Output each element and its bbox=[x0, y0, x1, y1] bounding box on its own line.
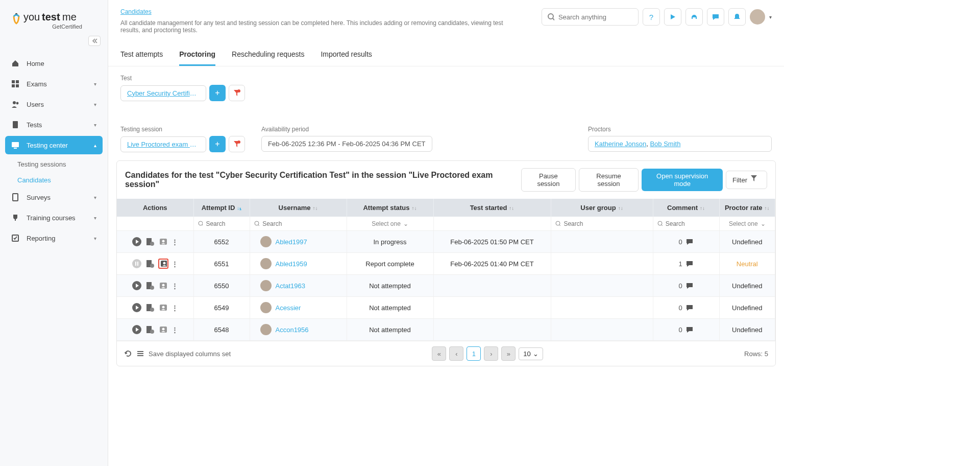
nav-surveys[interactable]: Surveys ▾ bbox=[5, 188, 103, 206]
nav-reporting[interactable]: Reporting ▾ bbox=[5, 229, 103, 247]
filter-session-value[interactable]: Live Proctored exam ses... bbox=[120, 136, 206, 152]
col-comment[interactable]: Comment↑↓ bbox=[653, 199, 719, 217]
columns-button[interactable] bbox=[136, 350, 144, 358]
select-rate[interactable]: Select one ⌄ bbox=[729, 220, 766, 227]
col-attempt-id[interactable]: Attempt ID↓₁ bbox=[193, 199, 250, 217]
search-comment[interactable] bbox=[666, 220, 715, 227]
nav-testing-center[interactable]: Testing center ▴ bbox=[5, 136, 103, 154]
username-link[interactable]: Actat1963 bbox=[276, 282, 306, 290]
play-button[interactable] bbox=[664, 8, 681, 26]
nav-home[interactable]: Home bbox=[5, 54, 103, 73]
username-link[interactable]: Abled1959 bbox=[276, 260, 307, 268]
search-username[interactable] bbox=[262, 220, 342, 227]
svg-rect-13 bbox=[13, 194, 18, 201]
row-more-button[interactable]: ⋮ bbox=[172, 282, 178, 290]
row-report-button[interactable] bbox=[145, 281, 155, 291]
row-more-button[interactable]: ⋮ bbox=[172, 238, 178, 246]
row-more-button[interactable]: ⋮ bbox=[172, 304, 178, 312]
nav-training-courses[interactable]: Training courses ▾ bbox=[5, 208, 103, 227]
svg-point-43 bbox=[162, 284, 165, 287]
nav-sub-candidates[interactable]: Candidates bbox=[5, 172, 103, 188]
col-actions[interactable]: Actions bbox=[117, 199, 193, 217]
user-avatar[interactable] bbox=[750, 9, 765, 25]
page-size-select[interactable]: 10⌄ bbox=[519, 347, 543, 360]
col-group[interactable]: User group↑↓ bbox=[551, 199, 653, 217]
username-link[interactable]: Abled1997 bbox=[276, 238, 307, 246]
cell-attempt-id: 6549 bbox=[193, 297, 250, 319]
comment-icon[interactable] bbox=[685, 304, 694, 312]
row-play-button[interactable] bbox=[132, 302, 142, 313]
open-supervision-button[interactable]: Open supervision mode bbox=[642, 169, 723, 191]
tab-rescheduling[interactable]: Rescheduling requests bbox=[232, 50, 304, 66]
row-report-button[interactable] bbox=[145, 302, 155, 313]
support-button[interactable] bbox=[685, 8, 703, 26]
tab-imported-results[interactable]: Imported results bbox=[321, 50, 372, 66]
svg-line-24 bbox=[559, 225, 561, 226]
filter-test-value[interactable]: Cyber Security Certificati... bbox=[120, 85, 206, 101]
help-button[interactable]: ? bbox=[643, 8, 660, 26]
nav-users[interactable]: Users ▾ bbox=[5, 95, 103, 113]
svg-point-9 bbox=[16, 102, 19, 105]
svg-point-23 bbox=[556, 221, 560, 225]
col-status[interactable]: Attempt status↑↓ bbox=[347, 199, 433, 217]
comment-icon[interactable] bbox=[685, 260, 694, 268]
page-next-button[interactable]: › bbox=[484, 346, 498, 361]
refresh-button[interactable] bbox=[124, 350, 132, 358]
username-link[interactable]: Acessier bbox=[276, 304, 301, 312]
row-report-button[interactable] bbox=[145, 324, 155, 335]
row-report-button[interactable] bbox=[145, 237, 155, 247]
notifications-button[interactable] bbox=[728, 8, 746, 26]
columns-text[interactable]: Save displayed columns set bbox=[149, 350, 231, 358]
global-search[interactable] bbox=[542, 8, 639, 26]
row-play-button[interactable] bbox=[132, 324, 142, 335]
nav-tests[interactable]: Tests ▾ bbox=[5, 115, 103, 134]
bell-icon bbox=[733, 13, 741, 21]
add-test-button[interactable]: + bbox=[209, 85, 226, 101]
row-more-button[interactable]: ⋮ bbox=[172, 260, 178, 268]
page-prev-button[interactable]: ‹ bbox=[449, 346, 463, 361]
logo: you test me GetCertified bbox=[0, 0, 108, 33]
filter-proctors-label: Proctors bbox=[588, 126, 772, 133]
username-link[interactable]: Accon1956 bbox=[276, 326, 309, 334]
col-rate[interactable]: Proctor rate↑↓ bbox=[719, 199, 775, 217]
collapse-sidebar-button[interactable] bbox=[88, 36, 101, 46]
row-play-button[interactable] bbox=[132, 237, 142, 247]
search-group[interactable] bbox=[564, 220, 648, 227]
select-status[interactable]: Select one ⌄ bbox=[372, 220, 408, 227]
row-proctor-button[interactable] bbox=[158, 237, 168, 247]
breadcrumb-candidates[interactable]: Candidates bbox=[120, 8, 152, 15]
proctor-link-2[interactable]: Bob Smith bbox=[650, 140, 680, 148]
row-more-button[interactable]: ⋮ bbox=[172, 326, 178, 334]
comment-icon[interactable] bbox=[685, 325, 694, 334]
comment-icon[interactable] bbox=[685, 282, 694, 290]
chat-button[interactable] bbox=[707, 8, 724, 26]
nav-sub-testing-sessions[interactable]: Testing sessions bbox=[5, 156, 103, 172]
resume-session-button[interactable]: Resume session bbox=[579, 168, 639, 192]
col-username[interactable]: Username↑↓ bbox=[250, 199, 347, 217]
row-play-button[interactable] bbox=[132, 281, 142, 291]
row-proctor-button[interactable] bbox=[158, 259, 168, 269]
filter-button[interactable]: Filter bbox=[726, 171, 767, 189]
pause-session-button[interactable]: Pause session bbox=[521, 168, 576, 192]
row-proctor-button[interactable] bbox=[158, 281, 168, 291]
proctor-link-1[interactable]: Katherine Jonson bbox=[595, 140, 646, 148]
tab-test-attempts[interactable]: Test attempts bbox=[120, 50, 163, 66]
clear-test-button[interactable] bbox=[229, 85, 245, 101]
page-last-button[interactable]: » bbox=[501, 346, 516, 361]
add-session-button[interactable]: + bbox=[209, 136, 226, 152]
row-play-button[interactable] bbox=[132, 259, 142, 269]
clear-session-button[interactable] bbox=[229, 136, 245, 152]
comment-icon[interactable] bbox=[685, 238, 694, 246]
search-attempt-id[interactable] bbox=[206, 220, 245, 227]
user-menu-chevron-icon[interactable]: ▾ bbox=[769, 14, 772, 20]
row-report-button[interactable] bbox=[145, 259, 155, 269]
global-search-input[interactable] bbox=[558, 13, 633, 21]
col-started[interactable]: Test started↑↓ bbox=[433, 199, 551, 217]
row-proctor-button[interactable] bbox=[158, 324, 168, 335]
cell-started bbox=[433, 275, 551, 297]
page-first-button[interactable]: « bbox=[432, 346, 446, 361]
row-proctor-button[interactable] bbox=[158, 302, 168, 313]
tab-proctoring[interactable]: Proctoring bbox=[179, 50, 215, 66]
page-current[interactable]: 1 bbox=[467, 346, 481, 361]
nav-exams[interactable]: Exams ▾ bbox=[5, 75, 103, 93]
